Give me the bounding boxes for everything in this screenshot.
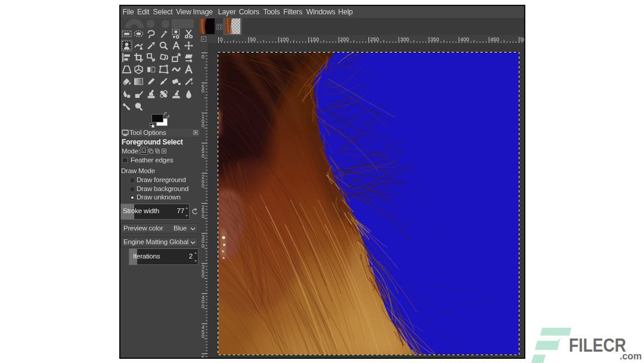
svg-text:FILECR: FILECR <box>569 335 626 356</box>
svg-text:.com: .com <box>620 351 642 361</box>
